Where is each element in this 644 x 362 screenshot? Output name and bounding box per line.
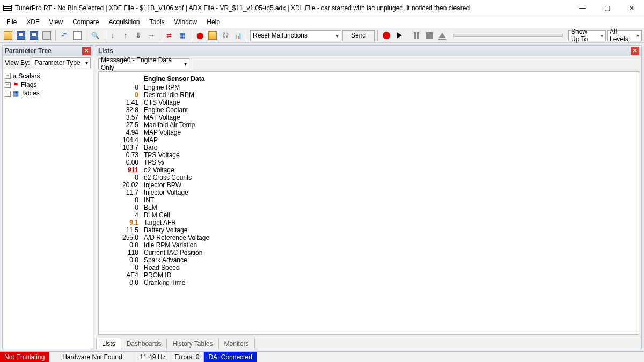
save-all-button[interactable] (28, 29, 40, 41)
list-row[interactable]: 110Current IAC Position (101, 249, 636, 256)
down-button[interactable]: ↓ (107, 29, 119, 41)
menu-view[interactable]: View (45, 17, 67, 27)
viewby-select[interactable]: Parameter Type (32, 57, 91, 68)
viewby-label: View By: (5, 59, 30, 67)
list-row[interactable]: 104.4MAP (101, 136, 636, 144)
pause-button[interactable] (411, 29, 422, 41)
status-da: DA: Connected (204, 352, 257, 362)
list-row[interactable]: 4.94MAP Voltage (101, 129, 636, 136)
app-icon (3, 5, 12, 11)
list-row[interactable]: AE4PROM ID (101, 271, 636, 279)
list-row[interactable]: 0BLM (101, 204, 636, 211)
progress-slider[interactable] (453, 34, 563, 37)
list-row[interactable]: 9.1Target AFR (101, 219, 636, 226)
down-all-button[interactable]: ⇓ (133, 29, 144, 41)
list-row[interactable]: 4BLM Cell (101, 211, 636, 219)
tab-monitors[interactable]: Monitors (218, 338, 255, 349)
folder-button[interactable] (207, 29, 218, 41)
parameter-tree-header: Parameter Tree ✕ (3, 46, 93, 56)
showupto-select[interactable]: Show Up To (568, 30, 606, 41)
menu-compare[interactable]: Compare (68, 17, 103, 27)
send-button[interactable]: Send (342, 30, 375, 41)
menu-window[interactable]: Window (170, 17, 202, 27)
list-row[interactable]: 3.57MAT Voltage (101, 114, 636, 121)
list-row[interactable]: 0.00TPS % (101, 159, 636, 166)
sensor-list[interactable]: Engine Sensor Data 0Engine RPM0Desired I… (98, 71, 639, 335)
chart-button[interactable]: 📊 (232, 29, 244, 41)
status-emulating: Not Emulating (0, 352, 49, 362)
message-select[interactable]: Message0 - Engine Data Only (98, 58, 189, 69)
statusbar: Not Emulating Hardware Not Found 11.49 H… (0, 351, 644, 362)
tab-history-tables[interactable]: History Tables (166, 338, 218, 349)
list-row[interactable]: 20.02Injector BPW (101, 181, 636, 189)
window-title: TunerPro RT - No Bin Selected | XDF File… (15, 4, 570, 12)
close-button[interactable]: ✕ (619, 0, 644, 16)
menu-file[interactable]: File (2, 17, 21, 27)
parameter-tree-panel: Parameter Tree ✕ View By: Parameter Type… (2, 45, 93, 349)
menu-help[interactable]: Help (202, 17, 224, 27)
new-doc-button[interactable] (71, 29, 83, 41)
menu-acquisition[interactable]: Acquisition (105, 17, 144, 27)
minimize-button[interactable]: — (570, 0, 595, 16)
status-hardware: Hardware Not Found (49, 352, 135, 362)
print-button[interactable] (41, 29, 53, 41)
swap-button[interactable]: ⇄ (163, 29, 175, 41)
up-button[interactable]: ↑ (120, 29, 131, 41)
list-row[interactable]: 0Engine RPM (101, 84, 636, 91)
grid-button[interactable]: ▦ (176, 29, 188, 41)
eject-button[interactable] (436, 29, 448, 41)
list-row[interactable]: 0Desired Idle RPM (101, 91, 636, 99)
parameter-tree[interactable]: +πScalars+⚑Flags+▦Tables (3, 69, 93, 349)
tab-dashboards[interactable]: Dashboards (121, 338, 167, 349)
alllevels-select[interactable]: All Levels (607, 30, 642, 41)
menubar: FileXDFViewCompareAcquisitionToolsWindow… (0, 16, 644, 28)
malfunction-select[interactable]: Reset Malfunctions (250, 30, 341, 41)
status-hz: 11.49 Hz (135, 352, 170, 362)
list-row[interactable]: 0.0Cranking Time (101, 279, 636, 286)
lists-header: Lists ✕ (96, 46, 641, 56)
menu-xdf[interactable]: XDF (22, 17, 43, 27)
undo-button[interactable]: ↶ (58, 29, 70, 41)
maximize-button[interactable]: ▢ (595, 0, 619, 16)
list-row[interactable]: 0.0Idle RPM Variation (101, 241, 636, 249)
tree-node-flags[interactable]: +⚑Flags (5, 80, 91, 89)
titlebar: TunerPro RT - No Bin Selected | XDF File… (0, 0, 644, 16)
toolbar: ↶ 🔍 ↓ ↑ ⇓ → ⇄ ▦ ⬤ 🗘 📊 Reset Malfunctions… (0, 28, 644, 43)
open-button[interactable] (2, 29, 14, 41)
stop-acq-button[interactable]: ⬤ (194, 29, 206, 41)
window-controls: — ▢ ✕ (570, 0, 644, 16)
list-row[interactable]: 0Road Speed (101, 264, 636, 271)
find-button[interactable]: 🔍 (89, 29, 101, 41)
right-button[interactable]: → (145, 29, 157, 41)
list-row[interactable]: 11.7Injector Voltage (101, 189, 636, 196)
close-panel-button[interactable]: ✕ (82, 47, 91, 55)
bottom-tabs: ListsDashboardsHistory TablesMonitors (96, 337, 641, 349)
list-row[interactable]: 0o2 Cross Counts (101, 174, 636, 181)
list-row[interactable]: 0INT (101, 196, 636, 204)
list-row[interactable]: 32.8Engine Coolant (101, 106, 636, 114)
lists-panel: Lists ✕ Message0 - Engine Data Only Engi… (96, 45, 642, 349)
play-button[interactable] (393, 29, 405, 41)
list-row[interactable]: 27.5Manifold Air Temp (101, 121, 636, 129)
list-row[interactable]: 1.41CTS Voltage (101, 99, 636, 106)
list-row[interactable]: 911o2 Voltage (101, 166, 636, 174)
list-header: Engine Sensor Data (101, 75, 636, 83)
list-row[interactable]: 255.0A/D Reference Voltage (101, 234, 636, 241)
stop-button[interactable] (423, 29, 435, 41)
list-row[interactable]: 0.73TPS Voltage (101, 151, 636, 159)
save-button[interactable] (15, 29, 27, 41)
tab-lists[interactable]: Lists (96, 338, 121, 349)
record-button[interactable] (380, 29, 392, 41)
tree-node-tables[interactable]: +▦Tables (5, 89, 91, 98)
menu-tools[interactable]: Tools (145, 17, 169, 27)
list-row[interactable]: 11.5Battery Voltage (101, 226, 636, 234)
refresh-button[interactable]: 🗘 (219, 29, 231, 41)
list-row[interactable]: 103.7Baro (101, 144, 636, 151)
status-errors: Errors: 0 (170, 352, 204, 362)
list-row[interactable]: 0.0Spark Advance (101, 256, 636, 264)
tree-node-scalars[interactable]: +πScalars (5, 71, 91, 80)
close-lists-button[interactable]: ✕ (631, 47, 639, 55)
